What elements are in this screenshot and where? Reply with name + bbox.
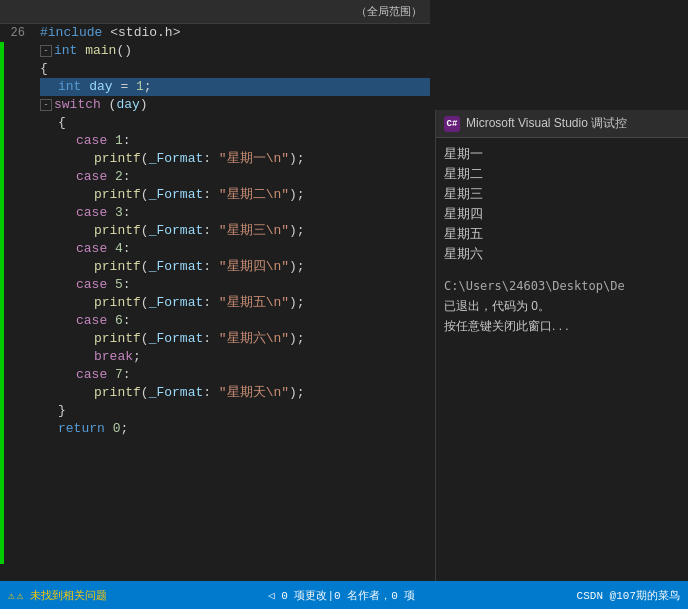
console-title: Microsoft Visual Studio 调试控 xyxy=(466,115,627,132)
line-numbers: 26 xyxy=(0,24,30,42)
code-line-printf1: printf(_Format: "星期一\n"); xyxy=(40,150,430,168)
code-line-switch: - switch (day) xyxy=(40,96,430,114)
code-line-open-brace2: { xyxy=(40,114,430,132)
code-line-printf7: printf(_Format: "星期天\n"); xyxy=(40,384,430,402)
status-branding: CSDN @107期的菜鸟 xyxy=(577,588,680,603)
branding-text: CSDN @107期的菜鸟 xyxy=(577,590,680,602)
code-editor: （全局范围） 26 xyxy=(0,0,430,609)
fold-main[interactable]: - xyxy=(40,45,52,57)
code-line-return: return 0; xyxy=(40,420,430,438)
code-line-case4: case 4: xyxy=(40,240,430,258)
warning-text: ⚠ 未找到相关问题 xyxy=(17,588,107,603)
status-center: ◁ 0 项更改|0 名作者，0 项 xyxy=(107,588,577,603)
code-line-printf4: printf(_Format: "星期四\n"); xyxy=(40,258,430,276)
console-path: C:\Users\24603\Desktop\De xyxy=(444,276,680,296)
console-output-1: 星期一 xyxy=(444,144,680,164)
code-line-case3: case 3: xyxy=(40,204,430,222)
console-exit: 已退出，代码为 0。 xyxy=(444,296,680,316)
fold-switch[interactable]: - xyxy=(40,99,52,111)
code-line-break: break; xyxy=(40,348,430,366)
change-indicator xyxy=(0,24,4,564)
vs-icon: C# xyxy=(444,116,460,132)
code-line-case1: case 1: xyxy=(40,132,430,150)
code-line-printf3: printf(_Format: "星期三\n"); xyxy=(40,222,430,240)
editor-top-bar: （全局范围） xyxy=(0,0,430,24)
console-prompt: 按任意键关闭此窗口. . . xyxy=(444,316,680,336)
warning-icon: ⚠ xyxy=(8,589,15,602)
code-line-case6: case 6: xyxy=(40,312,430,330)
code-line-case5: case 5: xyxy=(40,276,430,294)
code-line-close-brace2: } xyxy=(40,402,430,420)
code-line-printf5: printf(_Format: "星期五\n"); xyxy=(40,294,430,312)
console-output-5: 星期五 xyxy=(444,224,680,244)
status-warnings: ⚠ ⚠ 未找到相关问题 xyxy=(8,588,107,603)
console-output-6: 星期六 xyxy=(444,244,680,264)
code-line-case2: case 2: xyxy=(40,168,430,186)
console-panel: C# Microsoft Visual Studio 调试控 星期一 星期二 星… xyxy=(435,110,688,581)
scope-label: （全局范围） xyxy=(356,4,422,19)
code-line-day-decl: int day = 1; xyxy=(40,78,430,96)
console-output-2: 星期二 xyxy=(444,164,680,184)
status-changes: ◁ 0 项更改|0 名作者，0 项 xyxy=(268,590,415,602)
code-line-main: -int main() xyxy=(40,42,430,60)
code-content[interactable]: #include <stdio.h> -int main() { int day… xyxy=(30,24,430,579)
console-output-3: 星期三 xyxy=(444,184,680,204)
code-line-printf6: printf(_Format: "星期六\n"); xyxy=(40,330,430,348)
console-output-4: 星期四 xyxy=(444,204,680,224)
code-line-case7: case 7: xyxy=(40,366,430,384)
code-line-include: #include <stdio.h> xyxy=(40,24,430,42)
status-bar: ⚠ ⚠ 未找到相关问题 ◁ 0 项更改|0 名作者，0 项 CSDN @107期… xyxy=(0,581,688,609)
code-line-printf2: printf(_Format: "星期二\n"); xyxy=(40,186,430,204)
console-body: 星期一 星期二 星期三 星期四 星期五 星期六 C:\Users\24603\D… xyxy=(436,138,688,342)
code-line-open-brace1: { xyxy=(40,60,430,78)
console-title-bar: C# Microsoft Visual Studio 调试控 xyxy=(436,110,688,138)
